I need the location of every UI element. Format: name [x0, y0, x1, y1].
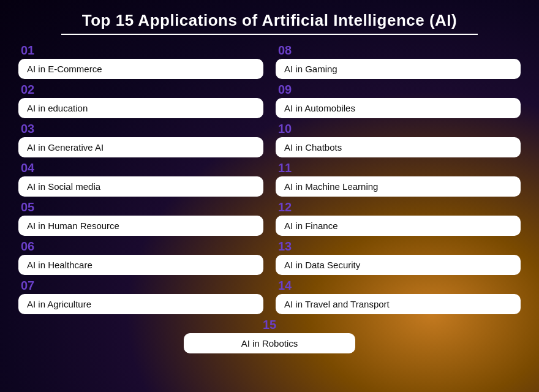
item-number: 06: [18, 239, 263, 254]
item-label: AI in Generative AI: [18, 137, 263, 157]
list-item: 09 AI in Automobiles: [276, 83, 521, 118]
item-number: 13: [276, 239, 521, 254]
item-label: AI in Travel and Transport: [276, 294, 521, 314]
item-number: 12: [276, 200, 521, 214]
list-item: 08 AI in Gaming: [276, 43, 521, 79]
page-title: Top 15 Applications of Artificial Intell…: [18, 11, 521, 30]
item-number: 14: [276, 279, 521, 293]
item-label: AI in Machine Learning: [276, 176, 521, 197]
item-label: AI in Gaming: [276, 59, 521, 79]
list-item: 07 AI in Agriculture: [18, 279, 263, 314]
item-number: 01: [18, 43, 263, 58]
list-item: 10 AI in Chatbots: [276, 122, 521, 157]
list-item: 03 AI in Generative AI: [18, 122, 263, 157]
title-section: Top 15 Applications of Artificial Intell…: [18, 11, 521, 35]
item-number: 09: [276, 83, 521, 97]
item-number: 08: [276, 43, 521, 58]
item-number: 03: [18, 122, 263, 136]
item-number: 11: [276, 161, 521, 175]
item-label: AI in Chatbots: [276, 137, 521, 157]
list-item: 12 AI in Finance: [276, 200, 521, 236]
item-label: AI in E-Commerce: [18, 59, 263, 79]
list-item: 14 AI in Travel and Transport: [276, 279, 521, 314]
item-label: AI in Agriculture: [18, 294, 263, 314]
item-label: AI in Automobiles: [276, 98, 521, 118]
item-label: AI in Robotics: [184, 333, 355, 353]
list-item: 05 AI in Human Resource: [18, 200, 263, 236]
item-label: AI in Human Resource: [18, 216, 263, 236]
bottom-item: 15 AI in Robotics: [184, 318, 355, 353]
content-grid: 01 AI in E-Commerce 08 AI in Gaming 02 A…: [18, 43, 521, 314]
list-item: 11 AI in Machine Learning: [276, 161, 521, 197]
list-item: 02 AI in education: [18, 83, 263, 118]
list-item: 13 AI in Data Security: [276, 239, 521, 275]
item-label: AI in Healthcare: [18, 255, 263, 275]
list-item: 06 AI in Healthcare: [18, 239, 263, 275]
item-label: AI in education: [18, 98, 263, 118]
item-number: 02: [18, 83, 263, 97]
item-label: AI in Social media: [18, 176, 263, 197]
title-divider: [61, 34, 478, 35]
item-number: 07: [18, 279, 263, 293]
item-number: 04: [18, 161, 263, 175]
item-number: 05: [18, 200, 263, 214]
list-item: 04 AI in Social media: [18, 161, 263, 197]
item-number: 10: [276, 122, 521, 136]
list-item: 01 AI in E-Commerce: [18, 43, 263, 79]
item-label: AI in Finance: [276, 216, 521, 236]
item-label: AI in Data Security: [276, 255, 521, 275]
item-number: 15: [263, 318, 276, 332]
